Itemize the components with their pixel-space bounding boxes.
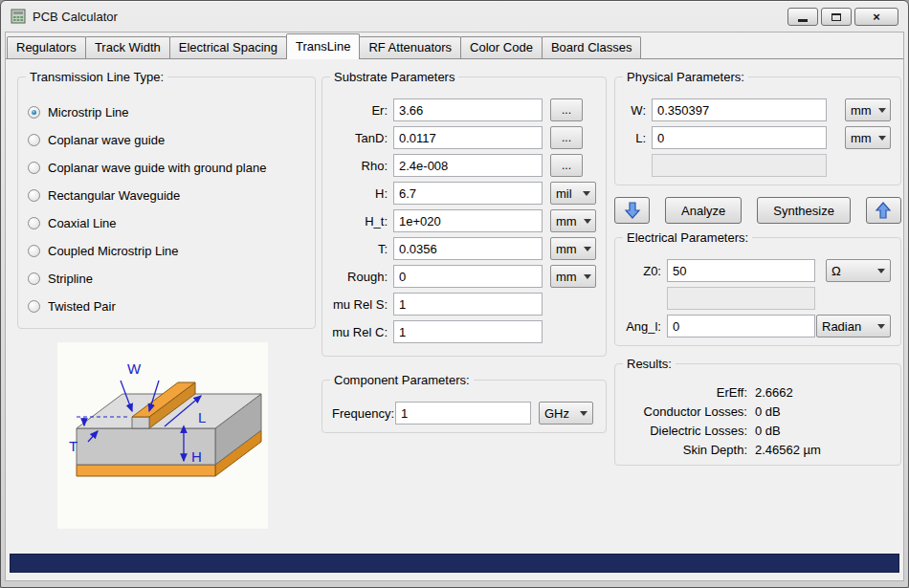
radio-rectangular-waveguide[interactable]: Rectangular Waveguide <box>28 182 305 209</box>
electrical-parameters-label: Electrical Parameters: <box>623 230 752 245</box>
close-button[interactable]: × <box>854 8 898 26</box>
er-row: Er: ... <box>332 98 596 121</box>
length-input[interactable] <box>652 126 827 149</box>
h-unit-select[interactable]: mil <box>550 182 596 205</box>
diagram-w-label: W <box>127 360 142 377</box>
t-unit-value: mm <box>556 242 577 256</box>
radio-label: Twisted Pair <box>48 299 116 314</box>
radio-microstrip-line[interactable]: Microstrip Line <box>28 98 305 126</box>
chevron-down-icon <box>584 274 591 283</box>
dielectric-losses-row: Dielectric Losses: 0 dB <box>625 424 891 438</box>
chevron-down-icon <box>878 108 886 117</box>
length-unit-value: mm <box>851 131 872 145</box>
rho-label: Rho: <box>332 159 388 173</box>
z0-unit-select[interactable]: Ω <box>826 259 891 282</box>
tand-input[interactable] <box>393 126 543 149</box>
window-title: PCB Calculator <box>33 10 118 24</box>
analyze-button[interactable]: Analyze <box>665 197 742 224</box>
radio-twisted-pair[interactable]: Twisted Pair <box>28 293 305 320</box>
blue-down-arrow-icon <box>624 201 641 220</box>
mu-rel-c-input[interactable] <box>393 320 543 343</box>
pcb-calculator-window: PCB Calculator × Regulators Track Width … <box>0 0 909 588</box>
ht-input[interactable] <box>393 209 543 232</box>
tab-bar: Regulators Track Width Electrical Spacin… <box>6 33 903 59</box>
ht-unit-select[interactable]: mm <box>550 209 596 232</box>
radio-coplanar-ground-plane[interactable]: Coplanar wave guide with ground plane <box>28 154 305 182</box>
width-input[interactable] <box>652 98 827 121</box>
synthesize-button[interactable]: Synthesize <box>757 197 851 224</box>
h-input[interactable] <box>393 182 543 205</box>
minimize-icon <box>798 19 808 22</box>
transmission-line-type-group: Transmission Line Type: Microstrip Line … <box>17 76 316 329</box>
ang-unit-select[interactable]: Radian <box>816 315 891 338</box>
maximize-button[interactable] <box>821 8 852 26</box>
radio-coplanar-wave-guide[interactable]: Coplanar wave guide <box>28 126 305 154</box>
frequency-unit-value: GHz <box>544 406 569 421</box>
mu-rel-s-label: mu Rel S: <box>332 297 388 312</box>
radio-coaxial-line[interactable]: Coaxial Line <box>28 209 305 237</box>
tab-electrical-spacing[interactable]: Electrical Spacing <box>169 36 287 58</box>
tab-color-code[interactable]: Color Code <box>460 36 543 58</box>
radio-icon <box>28 106 40 119</box>
tab-regulators[interactable]: Regulators <box>7 36 86 58</box>
mu-rel-s-input[interactable] <box>393 293 543 316</box>
results-label: Results: <box>623 357 676 371</box>
rough-label: Rough: <box>332 270 388 284</box>
chevron-down-icon <box>584 219 591 228</box>
radio-label: Stripline <box>48 272 93 286</box>
z0-input[interactable] <box>667 259 815 282</box>
frequency-label: Frequency: <box>332 406 391 421</box>
physical-parameters-label: Physical Parameters: <box>623 70 748 84</box>
ht-unit-value: mm <box>556 214 577 229</box>
width-label: W: <box>625 103 646 118</box>
er-more-button[interactable]: ... <box>550 98 583 121</box>
close-icon: × <box>873 10 880 24</box>
conductor-losses-label: Conductor Losses: <box>625 404 747 419</box>
rough-unit-select[interactable]: mm <box>550 265 596 288</box>
electrical-parameters-group: Electrical Parameters: Z0: Ω Ang_l: Radi… <box>614 237 901 346</box>
substrate-parameters-label: Substrate Parameters <box>330 70 458 84</box>
mu-rel-s-row: mu Rel S: <box>332 293 596 316</box>
tab-track-width[interactable]: Track Width <box>85 36 170 58</box>
tab-board-classes[interactable]: Board Classes <box>542 36 642 58</box>
synthesize-direction-button[interactable] <box>614 197 650 224</box>
ht-label: H_t: <box>332 214 388 229</box>
diagram-h-label: H <box>191 448 202 465</box>
radio-icon <box>28 134 40 146</box>
conductor-losses-row: Conductor Losses: 0 dB <box>625 404 891 419</box>
chevron-down-icon <box>584 247 591 255</box>
rho-more-button[interactable]: ... <box>550 154 583 177</box>
skin-depth-value: 2.46562 µm <box>755 443 821 457</box>
skin-depth-row: Skin Depth: 2.46562 µm <box>625 443 891 457</box>
radio-icon <box>28 272 40 285</box>
analyze-direction-button[interactable] <box>866 197 901 224</box>
er-input[interactable] <box>393 98 543 121</box>
titlebar: PCB Calculator × <box>1 1 908 32</box>
tab-transline[interactable]: TransLine <box>286 33 360 59</box>
tand-label: TanD: <box>332 131 388 145</box>
ang-input[interactable] <box>667 315 815 338</box>
length-unit-select[interactable]: mm <box>845 126 891 149</box>
rough-input[interactable] <box>393 265 543 288</box>
radio-label: Coupled Microstrip Line <box>48 244 179 258</box>
component-parameters-group: Component Parameters: Frequency: GHz <box>321 380 607 433</box>
chevron-down-icon <box>878 136 886 144</box>
width-unit-select[interactable]: mm <box>845 98 891 121</box>
radio-coupled-microstrip-line[interactable]: Coupled Microstrip Line <box>28 237 305 265</box>
radio-stripline[interactable]: Stripline <box>28 265 305 293</box>
minimize-button[interactable] <box>787 8 818 26</box>
radio-icon <box>28 162 40 174</box>
radio-label: Coplanar wave guide <box>48 133 165 147</box>
rho-row: Rho: ... <box>332 154 596 177</box>
chevron-down-icon <box>877 324 885 333</box>
frequency-unit-select[interactable]: GHz <box>539 402 593 425</box>
radio-label: Rectangular Waveguide <box>48 188 180 203</box>
frequency-row: Frequency: GHz <box>332 402 596 425</box>
rho-input[interactable] <box>393 154 543 177</box>
tand-more-button[interactable]: ... <box>550 126 583 149</box>
results-group: Results: ErEff: 2.6662 Conductor Losses:… <box>614 363 901 466</box>
t-unit-select[interactable]: mm <box>550 237 596 260</box>
tab-rf-attenuators[interactable]: RF Attenuators <box>359 36 461 58</box>
t-input[interactable] <box>393 237 543 260</box>
frequency-input[interactable] <box>395 402 531 425</box>
